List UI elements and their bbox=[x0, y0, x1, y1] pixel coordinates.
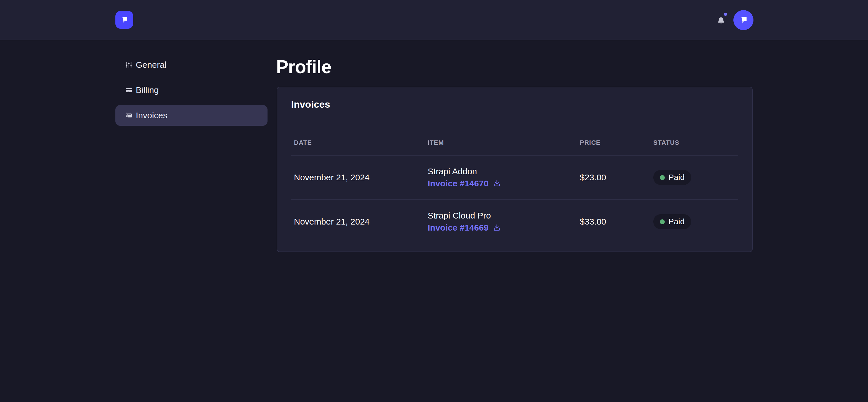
strapi-home-button[interactable] bbox=[115, 11, 133, 29]
invoice-number-link[interactable]: Invoice #14669 bbox=[428, 222, 489, 234]
column-header-price: PRICE bbox=[577, 139, 650, 155]
invoice-item-cell: Strapi Cloud Pro Invoice #14669 bbox=[425, 210, 577, 234]
invoice-item-name: Strapi Cloud Pro bbox=[428, 210, 577, 222]
topbar bbox=[0, 0, 868, 40]
credit-card-icon bbox=[125, 86, 133, 94]
status-dot-icon bbox=[660, 219, 665, 224]
invoice-icon bbox=[125, 112, 133, 119]
invoice-status-cell: Paid bbox=[650, 170, 738, 185]
settings-sidebar: General Billing Invoices bbox=[115, 55, 268, 130]
sidebar-item-label: General bbox=[136, 60, 166, 70]
column-header-date: DATE bbox=[291, 139, 425, 155]
invoice-item-cell: Strapi Addon Invoice #14670 bbox=[425, 165, 577, 189]
column-header-status: STATUS bbox=[650, 139, 738, 155]
notification-dot bbox=[724, 12, 727, 16]
invoice-date: November 21, 2024 bbox=[291, 217, 425, 226]
user-avatar[interactable] bbox=[733, 10, 753, 30]
invoices-table-header: DATE ITEM PRICE STATUS bbox=[291, 111, 738, 156]
sidebar-item-label: Billing bbox=[136, 85, 159, 95]
status-label: Paid bbox=[669, 173, 685, 182]
download-icon[interactable] bbox=[493, 223, 501, 232]
avatar-strapi-icon bbox=[736, 12, 751, 28]
status-badge: Paid bbox=[653, 214, 691, 229]
sidebar-item-label: Invoices bbox=[136, 111, 167, 120]
invoice-row: November 21, 2024 Strapi Cloud Pro Invoi… bbox=[291, 199, 738, 244]
invoice-item-name: Strapi Addon bbox=[428, 165, 577, 178]
status-label: Paid bbox=[669, 217, 685, 226]
sidebar-item-billing[interactable]: Billing bbox=[115, 80, 268, 100]
status-dot-icon bbox=[660, 175, 665, 180]
invoice-status-cell: Paid bbox=[650, 214, 738, 229]
sidebar-item-invoices[interactable]: Invoices bbox=[115, 105, 268, 126]
bell-icon bbox=[717, 17, 725, 25]
invoice-date: November 21, 2024 bbox=[291, 173, 425, 182]
download-icon[interactable] bbox=[493, 179, 501, 188]
invoices-card: Invoices DATE ITEM PRICE STATUS November… bbox=[277, 87, 753, 252]
notifications-button[interactable] bbox=[713, 12, 729, 29]
strapi-logo-icon bbox=[118, 13, 131, 26]
invoices-card-title: Invoices bbox=[291, 87, 738, 111]
invoice-number-link[interactable]: Invoice #14670 bbox=[428, 178, 489, 189]
sidebar-item-general[interactable]: General bbox=[115, 55, 268, 75]
invoice-price: $33.00 bbox=[577, 217, 650, 226]
invoice-row: November 21, 2024 Strapi Addon Invoice #… bbox=[291, 156, 738, 199]
strapi-cloud-profile-page: { "topbar": { "logo": "strapi-logo", "no… bbox=[0, 0, 868, 402]
invoice-price: $23.00 bbox=[577, 173, 650, 182]
page-title: Profile bbox=[276, 56, 331, 78]
column-header-item: ITEM bbox=[425, 139, 577, 155]
sliders-icon bbox=[125, 61, 133, 69]
status-badge: Paid bbox=[653, 170, 691, 185]
